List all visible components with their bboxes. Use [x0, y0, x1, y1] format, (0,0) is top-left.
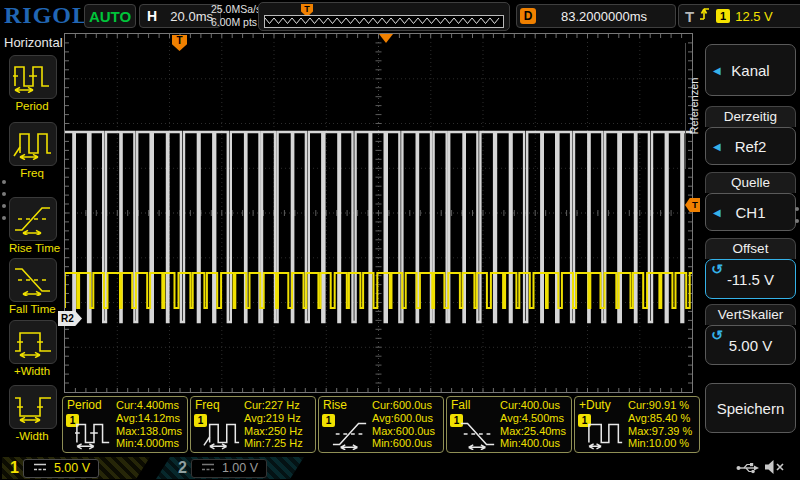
quelle-label: Quelle	[705, 172, 796, 193]
fall-time-icon	[9, 258, 57, 302]
quelle-button[interactable]: ◀ CH1	[705, 193, 796, 231]
sidebar-scroll-dots	[2, 180, 6, 228]
vertskalier-label: VertSkalier	[705, 304, 796, 325]
menu-tab-referenzen[interactable]: Referenzen	[685, 43, 703, 169]
trigger-position-marker-icon[interactable]	[379, 34, 393, 43]
freq-icon	[9, 122, 57, 166]
graticule: T T R2	[64, 33, 693, 393]
sidebar-item-period[interactable]: Period	[9, 55, 55, 112]
dc-coupling-icon	[200, 459, 216, 477]
channel1-scale: 5.00 V	[54, 461, 90, 475]
trigger-label: T	[685, 8, 694, 25]
menu-tab-label: Referenzen	[686, 43, 702, 169]
offset-button[interactable]: ↺ -11.5 V	[705, 259, 796, 299]
offset-value: -11.5 V	[727, 271, 774, 288]
softkey-menu: Referenzen ◀ Kanal Derzeitig ◀ Ref2 Quel…	[700, 31, 800, 455]
sidebar-item-label: Period	[9, 100, 55, 112]
derzeitig-label: Derzeitig	[705, 106, 796, 127]
measurement-title: Fall	[451, 398, 470, 412]
speichern-button[interactable]: Speichern	[705, 383, 796, 433]
trigger-edge-icon	[699, 6, 711, 26]
sidebar-item-rise-time[interactable]: Rise Time	[9, 197, 55, 254]
chevron-left-icon: ◀	[713, 141, 721, 152]
sidebar-item-label: Rise Time	[9, 242, 55, 254]
usb-icon	[736, 461, 760, 479]
run-status-badge: AUTO	[84, 4, 136, 28]
duty-icon	[587, 418, 625, 454]
horizontal-scale-box[interactable]: H 20.0ms	[139, 4, 221, 28]
kanal-button[interactable]: ◀ Kanal	[705, 44, 796, 96]
sidebar-item-nwidth[interactable]: -Width	[9, 385, 55, 442]
minus-width-icon	[9, 385, 57, 429]
measurement-panel-duty: +Duty 1 Cur:90.91 %Avg:85.40 % Max:97.39…	[574, 396, 700, 453]
derzeitig-button[interactable]: ◀ Ref2	[705, 127, 796, 165]
horizontal-scale-value: 20.0ms	[170, 9, 213, 24]
trigger-level-value: 12.5 V	[735, 9, 773, 24]
freq-icon	[203, 418, 241, 454]
rise-time-icon	[9, 197, 57, 241]
measurement-title: Period	[67, 398, 102, 412]
rigol-logo: RIGOL	[4, 2, 89, 29]
vertskalier-value: 5.00 V	[729, 337, 772, 354]
chevron-left-icon: ◀	[713, 65, 721, 76]
measurement-panel-fall: Fall 1 Cur:400.0usAvg:4.500ms Max:25.40m…	[446, 396, 572, 453]
menu-scroll-dots	[795, 207, 799, 231]
sidebar-item-label: Freq	[9, 167, 55, 179]
dc-coupling-icon	[32, 459, 48, 477]
derzeitig-value: Ref2	[735, 138, 767, 155]
channel1-status[interactable]: 1 5.00 V	[2, 457, 150, 479]
measurement-panel-period: Period 1 Cur:4.400msAvg:14.12ms Max:138.…	[62, 396, 188, 453]
quelle-value: CH1	[735, 204, 765, 221]
run-status-text: AUTO	[89, 8, 131, 25]
channel2-status[interactable]: 2 1.00 V	[156, 457, 304, 479]
channel2-number: 2	[178, 459, 187, 477]
acquisition-info: 25.0MSa/s 6.00M pts	[211, 3, 261, 29]
period-icon	[75, 418, 113, 454]
measurement-title: Rise	[323, 398, 347, 412]
offset-label: Offset	[705, 238, 796, 259]
measurement-panel-rise: Rise 1 Cur:600.0usAvg:600.0us Max:600.0u…	[318, 396, 444, 453]
trigger-source-badge: 1	[716, 9, 730, 23]
period-icon	[9, 55, 57, 99]
measurement-values: Cur:400.0usAvg:4.500ms Max:25.40msMin:40…	[500, 399, 566, 450]
channel2-scale-chip: 1.00 V	[191, 459, 267, 478]
measurement-values: Cur:227 HzAvg:219 Hz Max:250 HzMin:7.25 …	[244, 399, 303, 450]
horizontal-label: H	[147, 8, 157, 24]
rise-icon	[331, 418, 369, 454]
waveform-preview-box[interactable]: T	[258, 2, 510, 31]
kanal-label: Kanal	[731, 62, 769, 79]
measurement-panel-freq: Freq 1 Cur:227 HzAvg:219 Hz Max:250 HzMi…	[190, 396, 316, 453]
sidebar-item-label: -Width	[9, 430, 55, 442]
fall-icon	[459, 418, 497, 454]
preview-waveform-icon	[265, 16, 501, 25]
chevron-left-icon: ◀	[713, 207, 721, 218]
rotate-knob-icon: ↺	[711, 262, 723, 276]
channel2-scale: 1.00 V	[222, 461, 258, 475]
sidebar-title: Horizontal	[4, 35, 63, 50]
delay-icon: D	[520, 8, 536, 24]
speaker-muted-icon	[764, 459, 785, 479]
sidebar-item-fall-time[interactable]: Fall Time	[9, 258, 55, 315]
measurement-title: +Duty	[579, 398, 611, 412]
sidebar-item-label: +Width	[9, 365, 55, 377]
measurement-values: Cur:600.0usAvg:600.0us Max:600.0usMin:60…	[372, 399, 435, 450]
measurement-values: Cur:90.91 %Avg:85.40 % Max:97.39 %Min:10…	[628, 399, 692, 450]
channel1-scale-chip: 5.00 V	[23, 459, 99, 478]
waveform-canvas	[65, 34, 692, 392]
measurement-values: Cur:4.400msAvg:14.12ms Max:138.0msMin:4.…	[116, 399, 182, 450]
waveform-preview-strip	[264, 15, 504, 28]
channel1-number: 1	[10, 459, 19, 477]
delay-offset-value: 83.2000000ms	[536, 9, 672, 24]
delay-offset-box[interactable]: D 83.2000000ms	[516, 4, 676, 28]
oscilloscope-screen: RIGOL AUTO H 20.0ms 25.0MSa/s 6.00M pts …	[0, 0, 800, 480]
speichern-label: Speichern	[717, 400, 785, 417]
plus-width-icon	[9, 320, 57, 364]
memory-depth: 6.00M pts	[211, 16, 261, 29]
sidebar-item-pwidth[interactable]: +Width	[9, 320, 55, 377]
trigger-info-box[interactable]: T 1 12.5 V	[678, 4, 800, 28]
sample-rate: 25.0MSa/s	[211, 3, 261, 16]
sidebar-item-freq[interactable]: Freq	[9, 122, 55, 179]
measurement-title: Freq	[195, 398, 220, 412]
vertskalier-button[interactable]: ↺ 5.00 V	[705, 325, 796, 365]
sidebar-item-label: Fall Time	[9, 303, 55, 315]
